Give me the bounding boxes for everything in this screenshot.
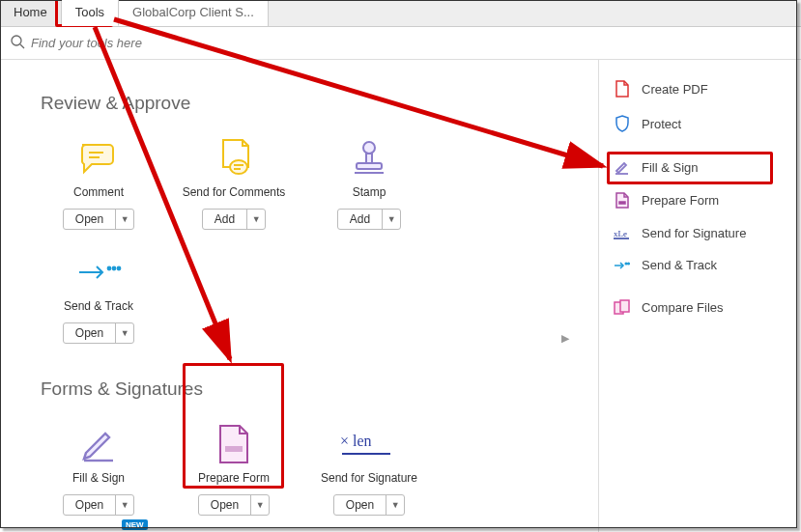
svg-rect-21: [619, 202, 625, 204]
tool-label: Send & Track: [31, 299, 166, 313]
sidebar-prepare-form[interactable]: Prepare Form: [599, 183, 801, 217]
tool-send-for-signature[interactable]: × len Send for Signature Open ▼: [301, 423, 437, 516]
tab-tools[interactable]: Tools: [62, 0, 119, 26]
fill-sign-icon: [613, 159, 632, 175]
comment-icon: [31, 137, 166, 180]
tab-document[interactable]: GlobalCorp Client S...: [119, 0, 269, 26]
svg-point-13: [113, 267, 116, 270]
send-track-open-button[interactable]: Open ▼: [63, 322, 134, 344]
main-panel: Review & Approve Comment Open ▼: [0, 60, 598, 532]
sidebar-label: Send for Signature: [642, 226, 746, 240]
protect-icon: [613, 115, 632, 132]
tool-label: Send for Comments: [166, 185, 301, 199]
svg-point-12: [108, 267, 111, 270]
fill-sign-open-button[interactable]: Open ▼: [63, 494, 134, 516]
tool-send-for-comments[interactable]: Send for Comments Add ▼: [166, 137, 301, 230]
tool-fill-and-sign[interactable]: Fill & Sign Open ▼: [31, 423, 166, 516]
search-bar: [0, 27, 801, 60]
sidebar-label: Fill & Sign: [642, 160, 699, 175]
sidebar-send-and-track[interactable]: Send & Track: [599, 249, 801, 281]
dropdown-icon[interactable]: ▼: [247, 210, 265, 229]
svg-line-1: [20, 44, 24, 48]
tool-prepare-form[interactable]: Prepare Form Open ▼: [166, 423, 301, 516]
send-for-comments-icon: [166, 137, 301, 180]
send-for-signature-icon: × len: [301, 423, 437, 465]
svg-point-26: [628, 263, 630, 265]
stamp-add-button[interactable]: Add ▼: [337, 209, 401, 230]
section-title-review: Review & Approve: [41, 93, 569, 114]
dropdown-icon[interactable]: ▼: [386, 495, 404, 515]
sidebar-fill-sign[interactable]: Fill & Sign: [599, 151, 801, 183]
prepare-form-open-button[interactable]: Open ▼: [198, 494, 270, 516]
tool-label: Send for Signature: [301, 471, 437, 485]
dropdown-icon[interactable]: ▼: [116, 210, 133, 229]
dropdown-icon[interactable]: ▼: [116, 495, 133, 515]
send-comments-add-button[interactable]: Add ▼: [202, 209, 266, 230]
dropdown-icon[interactable]: ▼: [116, 323, 133, 343]
send-signature-open-button[interactable]: Open ▼: [333, 494, 405, 516]
sidebar-label: Send & Track: [642, 258, 717, 272]
svg-point-14: [118, 267, 121, 270]
tool-label: Stamp: [301, 185, 437, 199]
section-title-forms: Forms & Signatures: [41, 378, 569, 400]
tab-home[interactable]: Home: [0, 0, 62, 26]
svg-rect-16: [226, 447, 242, 451]
svg-text:xLe: xLe: [614, 229, 627, 238]
prepare-form-icon: [166, 423, 301, 465]
send-track-icon: [31, 251, 166, 294]
sidebar-compare-files[interactable]: Compare Files: [599, 291, 801, 323]
svg-text:× len: × len: [340, 433, 372, 449]
svg-point-25: [625, 263, 627, 265]
tool-label: Comment: [31, 185, 166, 199]
svg-rect-9: [357, 163, 382, 169]
tool-send-and-track[interactable]: Send & Track Open ▼: [31, 251, 166, 344]
sidebar-label: Compare Files: [642, 300, 724, 315]
right-sidebar: Create PDF Protect Fill & Sign Prepare F…: [598, 60, 801, 532]
sidebar-create-pdf[interactable]: Create PDF: [599, 71, 801, 106]
prepare-form-icon: [613, 192, 632, 209]
dropdown-icon[interactable]: ▼: [383, 210, 400, 229]
sidebar-send-for-signature[interactable]: xLe Send for Signature: [599, 217, 801, 249]
svg-point-7: [363, 142, 375, 154]
sidebar-label: Create PDF: [642, 82, 708, 97]
compare-files-icon: [613, 299, 632, 315]
sidebar-label: Prepare Form: [642, 193, 719, 208]
send-track-icon: [613, 261, 632, 270]
search-input[interactable]: [31, 36, 321, 50]
svg-rect-8: [366, 154, 372, 163]
sidebar-protect[interactable]: Protect: [599, 106, 801, 141]
tool-label: Prepare Form: [166, 471, 301, 485]
scroll-right-icon[interactable]: ▶: [561, 332, 569, 345]
tool-label: Fill & Sign: [31, 471, 166, 485]
tool-stamp[interactable]: Stamp Add ▼: [301, 137, 437, 230]
tab-bar: Home Tools GlobalCorp Client S...: [0, 0, 801, 27]
stamp-icon: [301, 137, 437, 180]
send-for-signature-icon: xLe: [613, 227, 632, 240]
svg-point-0: [12, 36, 21, 45]
svg-rect-28: [620, 300, 629, 312]
new-badge: NEW: [122, 519, 148, 530]
svg-point-4: [230, 160, 247, 174]
dropdown-icon[interactable]: ▼: [251, 495, 269, 515]
comment-open-button[interactable]: Open ▼: [63, 209, 134, 230]
fill-sign-icon: [31, 423, 166, 465]
tool-comment[interactable]: Comment Open ▼: [31, 137, 166, 230]
sidebar-label: Protect: [642, 117, 681, 131]
search-icon: [10, 34, 25, 52]
create-pdf-icon: [613, 80, 632, 98]
